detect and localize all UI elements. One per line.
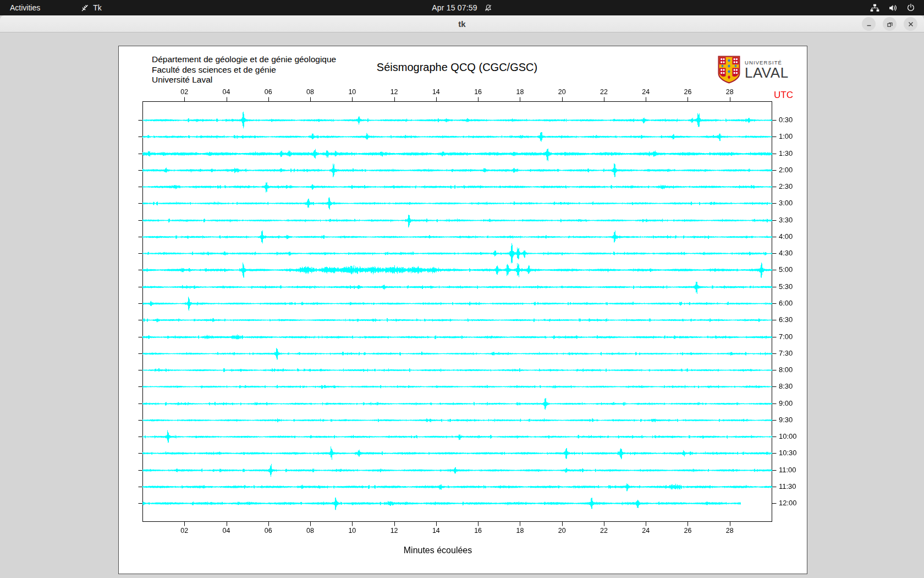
activities-button[interactable]: Activities	[0, 0, 50, 15]
network-tree-icon[interactable]	[870, 3, 879, 13]
x-axis-bottom-tick-label: 22	[600, 527, 608, 535]
x-axis-bottom-tick-label: 04	[223, 527, 230, 535]
x-axis-top-tick-label: 06	[265, 88, 272, 96]
trace-time-label: 6:30	[779, 315, 793, 324]
trace-time-label: 8:30	[779, 382, 793, 390]
x-axis-top-tick-label: 18	[516, 88, 524, 96]
screen: Activities Tk Apr 15 07:59	[0, 0, 924, 578]
tk-app-indicator[interactable]: Tk	[76, 0, 106, 15]
trace-time-label: 6:00	[779, 299, 793, 307]
x-axis-top-tick-label: 02	[180, 88, 188, 96]
maximize-icon	[887, 21, 893, 28]
seismograph-canvas-area: Département de géologie et de génie géol…	[118, 46, 807, 574]
trace-time-label: 4:00	[779, 232, 793, 241]
x-axis-bottom-tick-label: 08	[306, 527, 314, 535]
x-axis-bottom-tick-label: 06	[265, 527, 272, 535]
x-axis-bottom-tick-label: 16	[474, 527, 482, 535]
x-axis-top-tick-label: 04	[223, 88, 230, 96]
x-axis-bottom-tick-label: 26	[684, 527, 692, 535]
x-axis-bottom-tick-label: 02	[180, 527, 188, 535]
minimize-button[interactable]	[862, 17, 876, 31]
trace-time-label: 12:00	[779, 499, 797, 507]
trace-time-label: 10:30	[779, 449, 797, 457]
clock[interactable]: Apr 15 07:59	[432, 3, 477, 12]
x-axis-top-tick-label: 24	[642, 88, 650, 96]
trace-time-label: 3:30	[779, 216, 793, 224]
x-axis-top-tick-label: 28	[726, 88, 734, 96]
x-axis-bottom-tick-label: 14	[432, 527, 440, 535]
close-icon	[908, 21, 914, 28]
maximize-button[interactable]	[883, 17, 897, 31]
trace-time-label: 9:00	[779, 399, 793, 407]
window-title: tk	[0, 15, 924, 32]
window-titlebar[interactable]: tk	[0, 15, 924, 32]
x-axis-bottom-tick-label: 24	[642, 527, 650, 535]
trace-time-label: 4:30	[779, 249, 793, 257]
x-axis-top-tick-label: 12	[391, 88, 398, 96]
x-axis-top-tick-label: 10	[348, 88, 356, 96]
trace-time-label: 11:30	[779, 482, 796, 490]
x-axis-bottom-tick-label: 20	[558, 527, 566, 535]
x-axis-title: Minutes écoulées	[404, 546, 472, 555]
tk-window-body: Département de géologie et de génie géol…	[0, 33, 924, 578]
x-axis-top-tick-label: 16	[474, 88, 482, 96]
tk-app-label: Tk	[93, 3, 102, 12]
x-axis-top-tick-label: 08	[306, 88, 314, 96]
trace-time-label: 3:00	[779, 199, 793, 207]
trace-time-label: 1:30	[779, 149, 793, 157]
notifications-disabled-icon	[484, 4, 492, 12]
seismogram-canvas	[119, 46, 807, 574]
power-icon[interactable]	[906, 3, 915, 12]
trace-time-label: 0:30	[779, 116, 793, 124]
x-axis-bottom-tick-label: 10	[348, 527, 356, 535]
utc-label: UTC	[774, 90, 793, 101]
trace-time-label: 9:30	[779, 416, 793, 424]
minimize-icon	[866, 21, 872, 28]
trace-time-label: 7:00	[779, 332, 793, 341]
x-axis-top-tick-label: 22	[600, 88, 608, 96]
trace-time-label: 11:00	[779, 466, 796, 474]
x-axis-top-tick-label: 14	[432, 88, 440, 96]
trace-time-label: 2:00	[779, 166, 793, 174]
volume-icon[interactable]	[888, 3, 898, 13]
x-axis-top-tick-label: 26	[684, 88, 692, 96]
trace-time-label: 5:00	[779, 265, 793, 274]
x-axis-bottom-tick-label: 12	[391, 527, 398, 535]
trace-time-label: 1:00	[779, 132, 793, 140]
trace-time-label: 2:30	[779, 182, 793, 190]
x-axis-bottom-tick-label: 18	[516, 527, 524, 535]
x-axis-top-tick-label: 20	[558, 88, 566, 96]
gnome-top-bar: Activities Tk Apr 15 07:59	[0, 0, 924, 15]
tk-feather-icon	[81, 4, 89, 12]
trace-time-label: 10:00	[779, 432, 797, 440]
trace-time-label: 5:30	[779, 282, 793, 291]
trace-time-label: 8:00	[779, 366, 793, 374]
close-button[interactable]	[904, 17, 917, 31]
x-axis-bottom-tick-label: 28	[726, 527, 734, 535]
trace-time-label: 7:30	[779, 349, 793, 357]
